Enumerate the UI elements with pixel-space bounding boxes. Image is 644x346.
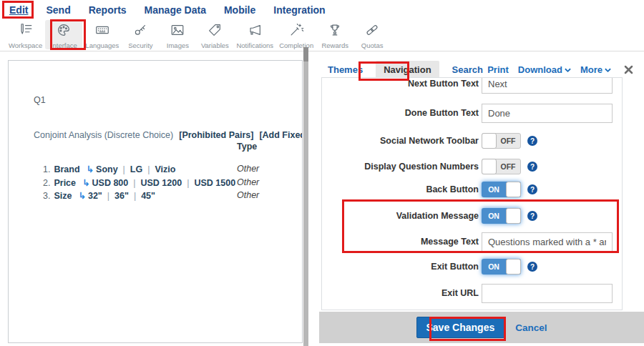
toolbar-item-label: Variables [201, 41, 229, 49]
toolbar-item-notifications[interactable]: Notifications [233, 20, 276, 49]
level[interactable]: LG [130, 164, 142, 174]
question-type-label: Conjoint Analysis (Discrete Choice) [34, 130, 173, 140]
display-question-numbers-toggle[interactable]: OFF [482, 159, 521, 174]
row-type: Other [237, 177, 259, 187]
nav-edit[interactable]: Edit [9, 4, 28, 16]
row-type: Other [237, 190, 259, 200]
field-label: Exit Button [322, 262, 479, 272]
tab-navigation[interactable]: Navigation [376, 61, 439, 79]
arrow-icon: ↳ [87, 164, 94, 174]
exit-url-input[interactable] [482, 284, 613, 303]
nav-manage-data[interactable]: Manage Data [145, 4, 206, 16]
arrow-icon: ↳ [82, 178, 89, 188]
tab-themes[interactable]: Themes [328, 64, 363, 75]
toolbar-item-security[interactable]: Security [122, 20, 159, 49]
toolbar-item-rewards[interactable]: Rewards [316, 20, 353, 49]
form-row-exit-url: Exit URL [322, 283, 622, 303]
next-button-text-input[interactable] [482, 77, 613, 94]
toggle-state-label: OFF [496, 159, 520, 174]
form-row-back-button: Back Button ON ? [322, 179, 622, 199]
social-network-toolbar-toggle[interactable]: OFF [482, 133, 521, 149]
tab-search[interactable]: Search [452, 64, 483, 75]
security-icon [132, 22, 148, 41]
top-nav: Edit Send Reports Manage Data Mobile Int… [0, 0, 644, 20]
nav-mobile[interactable]: Mobile [224, 4, 255, 16]
toolbar-item-label: Languages [85, 41, 119, 49]
edit-toolbar: Workspace Interface Languages Security I… [0, 20, 644, 51]
done-button-text-input[interactable] [482, 104, 613, 123]
attribute-name[interactable]: Brand [54, 164, 79, 174]
chevron-down-icon [605, 64, 611, 75]
toolbar-item-label: Security [128, 41, 152, 49]
variables-icon [207, 22, 223, 41]
scrollbar-thumb[interactable] [303, 47, 308, 61]
help-icon[interactable]: ? [527, 262, 537, 272]
add-fixed-tasks-link[interactable]: [Add Fixed Tasks [259, 130, 302, 140]
level[interactable]: USD 1500 [194, 178, 235, 188]
field-label: Display Question Numbers [322, 162, 479, 172]
form-row-display-question-numbers: Display Question Numbers OFF ? [322, 157, 622, 177]
nav-reports[interactable]: Reports [89, 4, 127, 16]
toggle-knob [506, 182, 521, 197]
conjoint-row: 3.Size↳32"|36"|45" Other [34, 190, 302, 204]
toolbar-item-variables[interactable]: Variables [196, 20, 233, 49]
attribute-name[interactable]: Size [54, 191, 72, 201]
rewards-icon [327, 22, 343, 41]
level[interactable]: 36" [114, 191, 129, 201]
interface-settings-panel: Themes Navigation Search Print Download … [309, 51, 644, 346]
toolbar-item-workspace[interactable]: Workspace [6, 20, 45, 49]
help-icon[interactable]: ? [527, 162, 537, 172]
toolbar-item-completion[interactable]: Completion [276, 20, 316, 49]
exit-button-toggle[interactable]: ON [482, 259, 521, 275]
level[interactable]: Sony [96, 164, 118, 174]
nav-integration[interactable]: Integration [273, 4, 325, 16]
toggle-knob [506, 208, 521, 224]
images-icon [170, 22, 185, 41]
row-number: 3. [34, 191, 50, 201]
toolbar-item-label: Interface [51, 41, 77, 49]
message-text-input[interactable] [482, 232, 613, 252]
settings-tabs: Themes Navigation Search [328, 61, 483, 79]
level[interactable]: USD 1200 [141, 178, 182, 188]
notifications-icon [247, 22, 263, 41]
level[interactable]: Vizio [155, 164, 175, 174]
nav-send[interactable]: Send [46, 4, 70, 16]
validation-message-toggle[interactable]: ON [482, 208, 521, 224]
help-icon[interactable]: ? [527, 136, 537, 146]
toolbar-item-label: Quotas [361, 41, 384, 49]
field-label: Validation Message [322, 211, 479, 221]
field-label: Social Network Toolbar [322, 136, 479, 146]
save-changes-button[interactable]: Save Changes [416, 317, 505, 338]
panel-scrollbar[interactable] [303, 51, 308, 346]
row-type: Other [237, 164, 259, 174]
level[interactable]: 32" [88, 191, 102, 201]
form-row-message-text: Message Text [322, 232, 622, 252]
level[interactable]: USD 800 [92, 178, 129, 188]
toolbar-item-interface[interactable]: Interface [45, 20, 82, 49]
back-button-toggle[interactable]: ON [482, 182, 521, 197]
download-link[interactable]: Download [518, 64, 571, 75]
panel-actions: Print Download More [487, 64, 634, 75]
help-icon[interactable]: ? [527, 184, 537, 194]
close-icon[interactable] [623, 64, 634, 75]
help-icon[interactable]: ? [527, 211, 537, 221]
question-code: Q1 [34, 95, 46, 105]
form-row-exit-button: Exit Button ON ? [322, 257, 622, 277]
print-link[interactable]: Print [487, 64, 509, 75]
prohibited-pairs-link[interactable]: [Prohibited Pairs] [179, 130, 253, 140]
form-row-social-network-toolbar: Social Network Toolbar OFF ? [322, 131, 622, 151]
toolbar-item-images[interactable]: Images [159, 20, 196, 49]
cancel-link[interactable]: Cancel [515, 322, 547, 333]
form-row-done-button-text: Done Button Text [322, 103, 622, 123]
survey-preview-panel: Q1 Conjoint Analysis (Discrete Choice) [… [8, 60, 303, 343]
toggle-knob [482, 159, 497, 174]
interface-icon [56, 22, 72, 41]
attribute-name[interactable]: Price [54, 178, 76, 188]
panel-footer: Save Changes Cancel [319, 312, 644, 343]
more-link[interactable]: More [580, 64, 611, 75]
toolbar-item-languages[interactable]: Languages [82, 20, 122, 49]
form-row-next-button-text: Next Button Text [322, 77, 622, 94]
toolbar-item-quotas[interactable]: Quotas [353, 20, 391, 49]
navigation-settings-form: Next Button Text Done Button Text Social… [321, 77, 623, 310]
level[interactable]: 45" [141, 191, 155, 201]
